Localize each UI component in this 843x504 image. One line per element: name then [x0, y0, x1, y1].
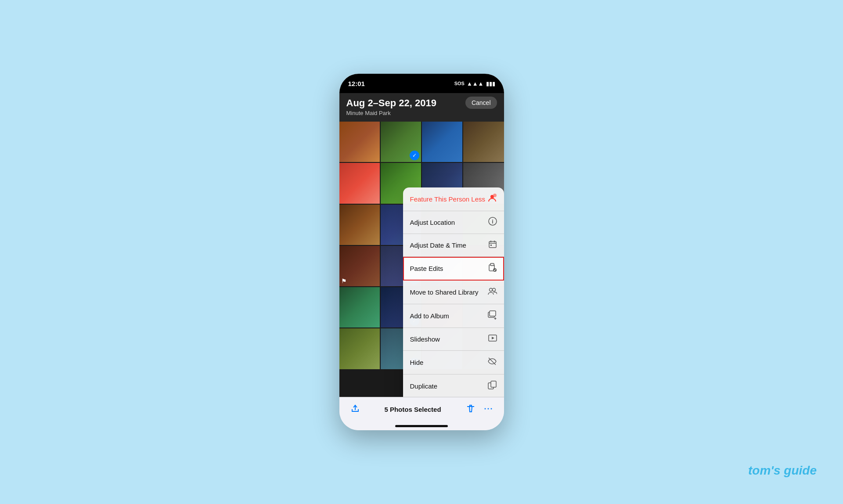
- svg-text:i: i: [492, 219, 493, 225]
- header-location: Minute Maid Park: [346, 110, 497, 116]
- menu-item-label: Duplicate: [410, 382, 438, 390]
- home-bar: [395, 425, 448, 427]
- menu-item-duplicate[interactable]: Duplicate: [403, 374, 504, 397]
- status-icons: SOS ▲▲▲ ▮▮▮: [454, 80, 495, 87]
- phone-container: 12:01 SOS ▲▲▲ ▮▮▮ Aug 2–Sep 22, 2019 Min…: [339, 74, 504, 430]
- photo-cell[interactable]: [339, 122, 380, 162]
- flag-badge: ⚑: [341, 277, 347, 284]
- menu-item-label: Feature This Person Less: [410, 195, 485, 203]
- menu-item-feature-person-less[interactable]: Feature This Person Less: [403, 187, 504, 211]
- bottom-toolbar: 5 Photos Selected: [339, 397, 504, 421]
- shared-library-icon: [487, 286, 497, 298]
- svg-marker-19: [492, 337, 494, 339]
- more-button[interactable]: [483, 403, 494, 416]
- photo-cell[interactable]: ✓: [381, 122, 421, 162]
- home-indicator: [339, 421, 504, 430]
- photo-cell[interactable]: [339, 163, 380, 203]
- photo-cell[interactable]: [463, 122, 504, 162]
- menu-item-label: Adjust Location: [410, 219, 455, 226]
- menu-item-label: Slideshow: [410, 335, 440, 343]
- svg-point-1: [493, 194, 497, 197]
- hide-icon: [487, 356, 497, 368]
- calendar-icon: [488, 240, 497, 251]
- duplicate-icon: [487, 380, 497, 392]
- menu-item-slideshow[interactable]: Slideshow: [403, 328, 504, 351]
- cancel-button[interactable]: Cancel: [465, 97, 497, 109]
- toms-guide-watermark: tom's guide: [748, 464, 817, 478]
- photo-cell[interactable]: [339, 287, 380, 328]
- svg-rect-10: [490, 263, 494, 266]
- menu-item-hide[interactable]: Hide: [403, 351, 504, 374]
- menu-item-add-to-album[interactable]: Add to Album: [403, 304, 504, 328]
- photo-cell[interactable]: ⚑: [339, 246, 380, 286]
- svg-rect-8: [490, 245, 492, 246]
- menu-item-label: Hide: [410, 359, 424, 366]
- svg-rect-15: [490, 311, 496, 316]
- svg-point-26: [487, 408, 489, 409]
- context-menu: Feature This Person Less Adjust Location…: [403, 187, 504, 397]
- menu-item-adjust-date-time[interactable]: Adjust Date & Time: [403, 234, 504, 257]
- add-album-icon: [487, 310, 497, 322]
- slideshow-icon: [488, 334, 497, 345]
- svg-point-13: [492, 288, 495, 292]
- header: Aug 2–Sep 22, 2019 Minute Maid Park Canc…: [339, 93, 504, 122]
- menu-item-adjust-location[interactable]: Adjust Location i: [403, 211, 504, 234]
- menu-item-label: Paste Edits: [410, 265, 443, 272]
- svg-point-25: [484, 408, 486, 409]
- photo-cell[interactable]: [339, 205, 380, 245]
- share-button[interactable]: [350, 403, 360, 416]
- svg-rect-22: [491, 381, 496, 387]
- wifi-icon: ▲▲▲: [467, 80, 484, 87]
- photo-grid-area: ✓: [339, 122, 504, 397]
- svg-rect-4: [489, 241, 496, 248]
- feature-person-icon: [487, 193, 497, 205]
- svg-point-12: [489, 288, 492, 292]
- sos-label: SOS: [454, 81, 465, 86]
- photos-selected-label: 5 Photos Selected: [384, 406, 441, 413]
- menu-item-move-shared-library[interactable]: Move to Shared Library: [403, 281, 504, 304]
- status-time: 12:01: [348, 80, 365, 87]
- photo-cell[interactable]: [422, 122, 462, 162]
- status-bar: 12:01 SOS ▲▲▲ ▮▮▮: [339, 74, 504, 93]
- paste-edits-icon: [487, 263, 497, 274]
- svg-point-27: [490, 408, 492, 409]
- menu-item-label: Adjust Date & Time: [410, 241, 466, 249]
- menu-item-label: Add to Album: [410, 312, 449, 320]
- info-icon: i: [488, 217, 497, 228]
- delete-button[interactable]: [465, 403, 476, 416]
- menu-item-paste-edits[interactable]: Paste Edits: [403, 257, 504, 281]
- battery-icon: ▮▮▮: [486, 80, 495, 87]
- photo-cell[interactable]: [339, 328, 380, 369]
- menu-item-label: Move to Shared Library: [410, 288, 479, 296]
